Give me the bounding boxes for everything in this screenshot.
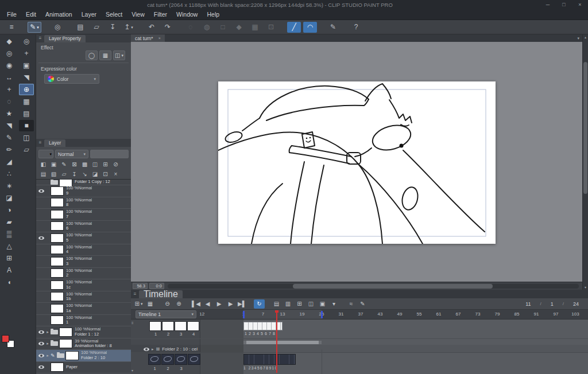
tab-close-icon[interactable]: × — [158, 36, 161, 40]
clip-to-layer-icon[interactable]: ◧ — [38, 161, 48, 169]
onion-skin-icon[interactable]: ▤ — [271, 299, 282, 309]
tool-frame-border[interactable]: ⊞ — [2, 252, 17, 264]
fill-icon[interactable]: ◆ — [232, 22, 246, 33]
save-file-icon[interactable]: ↧ — [106, 22, 119, 33]
next-frame-icon[interactable]: ▶ — [225, 299, 236, 309]
layer-thumbnail[interactable] — [51, 280, 64, 290]
layer-row[interactable]: 100 %Normal1a — [36, 303, 131, 315]
tool-balloon[interactable]: ◖ — [2, 276, 17, 288]
lock-transparency-icon[interactable]: ▩ — [80, 161, 90, 169]
subtool-eyedropper[interactable]: ◥ — [19, 72, 34, 83]
cel-thumbnail[interactable] — [175, 321, 187, 331]
play-icon[interactable]: ▶ — [214, 299, 225, 309]
playback-range-marker[interactable] — [243, 311, 245, 318]
menu-help[interactable]: Help — [202, 10, 224, 20]
visibility-eye-icon[interactable] — [38, 189, 44, 193]
cel-thumbnail[interactable] — [162, 321, 174, 331]
snap-to-ruler-icon[interactable]: ╱ — [287, 22, 301, 33]
layer-row[interactable]: 100 %Normal1c — [36, 279, 131, 291]
undo-icon[interactable]: ↶ — [145, 22, 158, 33]
folder-expand-icon[interactable]: ▸ — [45, 341, 51, 346]
tool-decoration[interactable]: ∗ — [2, 180, 17, 192]
horizontal-scrollbar[interactable] — [168, 284, 579, 289]
menu-view[interactable]: View — [127, 10, 149, 20]
show-menu-icon[interactable]: ▾ — [328, 299, 339, 309]
layer-thumbnail[interactable] — [51, 210, 64, 219]
layer-color-icon[interactable]: ⊘ — [111, 161, 121, 169]
zoom-out-icon[interactable]: ⊖ — [162, 299, 173, 309]
zoom-in-icon[interactable]: ⊕ — [173, 299, 184, 309]
layer-row[interactable]: 100 %Normal5 — [36, 232, 131, 244]
visibility-cell[interactable] — [37, 342, 45, 345]
visibility-cell[interactable] — [37, 365, 45, 369]
cel-thumbnail[interactable] — [187, 321, 199, 331]
subtool-3d[interactable]: ■ — [19, 120, 34, 131]
start-frame-value[interactable]: 1 — [551, 301, 554, 307]
horizontal-scrollbar-thumb[interactable] — [293, 284, 493, 289]
cel-thumbnail[interactable] — [175, 354, 187, 365]
layer-row[interactable]: 100 %Normal6 — [36, 221, 131, 233]
open-file-icon[interactable]: ▱ — [90, 22, 103, 33]
menu-window[interactable]: Window — [172, 10, 202, 20]
lock-layer-icon[interactable]: ⊠ — [69, 161, 79, 169]
loop-play-icon[interactable]: ↻ — [254, 299, 265, 309]
layer-thumbnail[interactable] — [51, 186, 64, 196]
invert-selection-icon[interactable]: ◍ — [200, 22, 214, 33]
layer-thumbnail[interactable] — [51, 268, 64, 278]
go-last-frame-icon[interactable]: ▶▌ — [237, 299, 247, 309]
export-icon[interactable]: ↥▾ — [122, 22, 136, 33]
panel-menu-icon[interactable]: ≡ — [131, 290, 139, 298]
new-animation-cel-icon[interactable]: ⊞ — [294, 299, 305, 309]
folder-expand-icon[interactable]: ▸ — [45, 330, 51, 334]
visibility-eye-icon[interactable] — [38, 365, 44, 369]
cel-thumbnail[interactable] — [161, 354, 174, 365]
visibility-cell[interactable] — [37, 330, 45, 334]
tool-pen[interactable]: ✎ — [2, 132, 17, 143]
minimize-button[interactable]: ─ — [540, 0, 556, 10]
tab-list-caret-icon[interactable]: ▾ — [577, 34, 582, 42]
folder-expand-icon[interactable]: ▸ — [152, 347, 154, 352]
help-icon[interactable]: ? — [349, 22, 363, 33]
layer-row[interactable]: 100 %Normal3 — [36, 256, 131, 268]
merge-to-lower-icon[interactable]: ↘ — [80, 170, 90, 178]
cel-thumbnail[interactable] — [148, 354, 161, 365]
folder2-track-label[interactable]: ▸ ⊞ Folder 2 : 10 : cel — [131, 345, 200, 353]
reference-layer-icon[interactable]: ▣ — [49, 161, 59, 169]
maximize-button[interactable]: □ — [556, 0, 572, 10]
new-folder-icon[interactable]: ▱ — [59, 170, 69, 178]
layer-row[interactable]: ▸39 %NormalAnimation folder : 8 — [36, 338, 131, 350]
layer-thumbnail[interactable] — [51, 315, 64, 325]
new-raster-layer-icon[interactable]: ▤ — [38, 170, 48, 178]
playback-range-marker[interactable] — [321, 311, 323, 318]
tool-fill[interactable]: ▰ — [2, 216, 17, 228]
blend-mode-select[interactable]: Normal ▾ — [55, 150, 88, 158]
visibility-cell[interactable] — [37, 189, 45, 193]
camera-icon[interactable]: ▣ — [317, 299, 328, 309]
tool-operation[interactable]: ◆ — [2, 36, 17, 47]
end-frame-value[interactable]: 24 — [573, 301, 579, 307]
layer-thumbnail[interactable] — [51, 257, 64, 266]
layer-row[interactable]: 100 %Normal2 — [36, 268, 131, 280]
menu-file[interactable]: File — [2, 10, 21, 20]
frame-ruler[interactable]: -1217131925313743495561677379859197103 — [200, 310, 588, 319]
panel-menu-icon[interactable]: ≡ — [36, 34, 44, 42]
deselect-icon[interactable]: ◌ — [184, 22, 198, 33]
timeline-layout-icon[interactable]: ⊞▾ — [133, 299, 144, 309]
subtool-magnifier[interactable]: ◎ — [19, 36, 34, 47]
tool-eraser[interactable]: ◪ — [2, 192, 17, 204]
go-first-frame-icon[interactable]: ▌◀ — [191, 299, 202, 309]
layer-row[interactable]: ▸✎100 %NormalFolder 2 : 10 — [36, 350, 131, 362]
layer-thumbnail[interactable] — [59, 328, 72, 337]
apply-mask-icon[interactable]: ⊡ — [100, 170, 110, 178]
track-height-icon[interactable]: ▦ — [145, 299, 156, 309]
tool-hand[interactable]: ◉ — [2, 60, 17, 71]
tool-text[interactable]: A — [2, 264, 17, 276]
track-scroll-icon[interactable]: ▾ — [131, 368, 133, 372]
cel-specification-icon[interactable]: ◫ — [305, 299, 316, 309]
menu-animation[interactable]: Animation — [41, 10, 77, 20]
tool-figure[interactable]: △ — [2, 240, 17, 252]
layer-row[interactable]: Paper — [36, 362, 131, 374]
layer-row[interactable]: ▸100 %NormalFolder 1 : 12 — [36, 326, 131, 338]
tool-eyedropper[interactable]: ◥ — [2, 120, 17, 131]
main-color-swatch[interactable] — [2, 335, 9, 342]
